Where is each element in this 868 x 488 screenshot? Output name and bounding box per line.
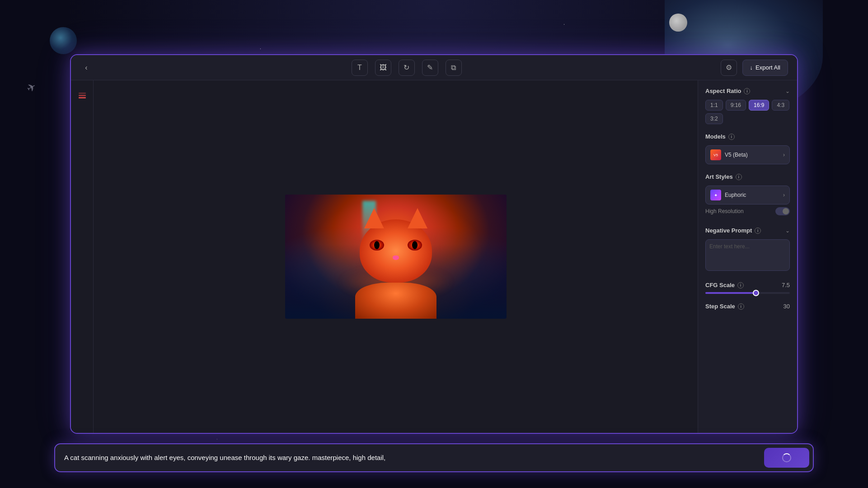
model-left: V5 V5 (Beta) bbox=[710, 149, 748, 160]
aspect-ratio-chevron-icon[interactable]: ⌄ bbox=[785, 88, 790, 94]
negative-prompt-info-icon[interactable]: i bbox=[755, 228, 761, 234]
cat-eye-left bbox=[370, 240, 384, 251]
model-avatar: V5 bbox=[710, 149, 721, 160]
settings-button[interactable]: ⚙ bbox=[721, 60, 737, 76]
image-icon: 🖼 bbox=[380, 64, 387, 72]
aspect-ratio-info-icon[interactable]: i bbox=[744, 88, 750, 94]
app-window: ‹ T 🖼 ↻ ✎ ⧉ ⚙ ↓ Export bbox=[70, 54, 798, 434]
negative-prompt-title: Negative Prompt i bbox=[705, 227, 761, 234]
planet2-decoration bbox=[50, 27, 77, 54]
cfg-scale-row: CFG Scale i 7.5 bbox=[705, 282, 790, 288]
models-info-icon[interactable]: i bbox=[728, 134, 735, 140]
cat-eye-right bbox=[408, 240, 422, 251]
text-icon: T bbox=[357, 64, 362, 72]
toolbar-center: T 🖼 ↻ ✎ ⧉ bbox=[93, 60, 721, 76]
right-panel: Aspect Ratio i ⌄ 1:1 9:16 16:9 4:3 3:2 bbox=[698, 80, 797, 433]
canvas-area bbox=[94, 80, 698, 433]
step-scale-row: Step Scale i 30 bbox=[705, 303, 790, 310]
cat-image-content bbox=[285, 195, 507, 319]
art-styles-info-icon[interactable]: i bbox=[736, 174, 742, 180]
aspect-ratio-title: Aspect Ratio i bbox=[705, 88, 750, 94]
layers-icon: ⧉ bbox=[451, 64, 456, 72]
cat-face bbox=[351, 219, 441, 319]
style-name-label: Euphoric bbox=[725, 192, 746, 198]
style-left: ✦ Euphoric bbox=[710, 190, 746, 200]
cfg-scale-section: CFG Scale i 7.5 bbox=[705, 282, 790, 294]
model-selector[interactable]: V5 V5 (Beta) › bbox=[705, 145, 790, 164]
edit-icon: ✎ bbox=[427, 63, 433, 72]
toolbar-left: ‹ bbox=[80, 61, 93, 74]
export-button[interactable]: ↓ Export All bbox=[742, 60, 788, 76]
high-resolution-label: High Resolution bbox=[705, 208, 744, 214]
info-symbol: i bbox=[746, 89, 748, 93]
edit-tool-button[interactable]: ✎ bbox=[422, 60, 438, 76]
high-resolution-row: High Resolution bbox=[705, 204, 790, 218]
export-download-icon: ↓ bbox=[750, 64, 753, 71]
cfg-scale-slider-thumb[interactable] bbox=[753, 290, 759, 296]
ratio-4-3-button[interactable]: 4:3 bbox=[772, 100, 789, 111]
step-scale-info-icon[interactable]: i bbox=[738, 303, 744, 310]
back-button[interactable]: ‹ bbox=[80, 61, 93, 74]
export-label: Export All bbox=[755, 64, 780, 71]
cfg-scale-title: CFG Scale i bbox=[705, 282, 744, 288]
toolbar: ‹ T 🖼 ↻ ✎ ⧉ ⚙ ↓ Export bbox=[71, 55, 797, 80]
style-selector[interactable]: ✦ Euphoric › bbox=[705, 186, 790, 204]
generate-spinner-icon bbox=[782, 453, 791, 462]
art-styles-header: Art Styles i bbox=[705, 173, 790, 180]
toolbar-right: ⚙ ↓ Export All bbox=[721, 60, 788, 76]
prompt-bar bbox=[54, 443, 814, 472]
negative-prompt-input[interactable] bbox=[705, 239, 790, 271]
step-scale-title: Step Scale i bbox=[705, 303, 744, 310]
image-tool-button[interactable]: 🖼 bbox=[375, 60, 391, 76]
layers-stack-icon bbox=[77, 91, 87, 101]
moon-decoration bbox=[669, 14, 687, 32]
ratio-buttons-group: 1:1 9:16 16:9 4:3 3:2 bbox=[705, 100, 790, 124]
cat-nose bbox=[393, 256, 399, 260]
style-chevron-icon: › bbox=[783, 192, 785, 198]
step-scale-section: Step Scale i 30 bbox=[705, 303, 790, 310]
svg-rect-0 bbox=[79, 97, 86, 98]
ratio-9-16-button[interactable]: 9:16 bbox=[726, 100, 746, 111]
sidebar-layers-button[interactable] bbox=[74, 88, 90, 104]
cfg-scale-slider-fill bbox=[705, 292, 756, 294]
ratio-3-2-button[interactable]: 3:2 bbox=[705, 113, 723, 124]
art-styles-section: Art Styles i ✦ Euphoric › bbox=[705, 173, 790, 218]
model-name-label: V5 (Beta) bbox=[725, 152, 748, 158]
step-scale-value: 30 bbox=[784, 303, 790, 310]
main-content: Aspect Ratio i ⌄ 1:1 9:16 16:9 4:3 3:2 bbox=[71, 80, 797, 433]
style-avatar: ✦ bbox=[710, 190, 721, 200]
left-sidebar bbox=[71, 80, 94, 433]
cat-head bbox=[360, 219, 432, 283]
generate-button[interactable] bbox=[764, 448, 809, 468]
svg-rect-1 bbox=[79, 95, 86, 96]
style-avatar-icon: ✦ bbox=[714, 193, 718, 198]
gear-icon: ⚙ bbox=[726, 63, 732, 72]
negative-prompt-section: Negative Prompt i ⌄ bbox=[705, 227, 790, 273]
refresh-tool-button[interactable]: ↻ bbox=[399, 60, 415, 76]
aspect-ratio-section: Aspect Ratio i ⌄ 1:1 9:16 16:9 4:3 3:2 bbox=[705, 88, 790, 124]
high-resolution-toggle[interactable] bbox=[775, 207, 790, 215]
layers-tool-button[interactable]: ⧉ bbox=[446, 60, 462, 76]
prompt-input[interactable] bbox=[64, 453, 764, 463]
model-chevron-icon: › bbox=[783, 152, 785, 158]
cat-ear-left bbox=[364, 208, 384, 228]
art-styles-title: Art Styles i bbox=[705, 173, 742, 180]
models-title: Models i bbox=[705, 133, 735, 140]
ratio-16-9-button[interactable]: 16:9 bbox=[749, 100, 769, 111]
negative-prompt-header: Negative Prompt i ⌄ bbox=[705, 227, 790, 234]
generated-image bbox=[285, 195, 507, 319]
models-header: Models i bbox=[705, 133, 790, 140]
cfg-scale-slider[interactable] bbox=[705, 292, 790, 294]
model-avatar-icon: V5 bbox=[713, 153, 718, 157]
cfg-scale-info-icon[interactable]: i bbox=[737, 282, 744, 288]
aspect-ratio-header: Aspect Ratio i ⌄ bbox=[705, 88, 790, 94]
text-tool-button[interactable]: T bbox=[352, 60, 368, 76]
refresh-icon: ↻ bbox=[404, 63, 409, 72]
negative-prompt-chevron-icon[interactable]: ⌄ bbox=[785, 228, 790, 234]
svg-rect-2 bbox=[79, 93, 86, 94]
cat-body bbox=[355, 283, 436, 319]
models-section: Models i V5 V5 (Beta) › bbox=[705, 133, 790, 164]
cfg-scale-value: 7.5 bbox=[782, 282, 790, 288]
cat-ear-right bbox=[408, 208, 427, 228]
ratio-1-1-button[interactable]: 1:1 bbox=[705, 100, 723, 111]
